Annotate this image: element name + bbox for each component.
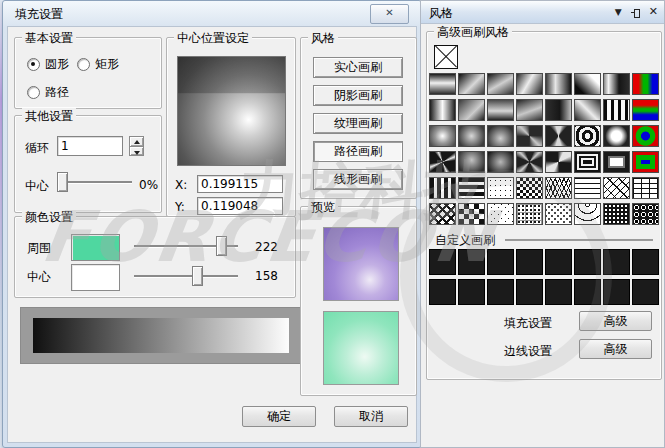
brush-cell-radial-center-16[interactable]: [429, 125, 456, 147]
brush-cell-grad-diag-1-1[interactable]: [458, 73, 485, 95]
brush-cell-circles-dense-47[interactable]: [632, 203, 659, 225]
center-color-swatch[interactable]: [71, 264, 120, 291]
brush-cell-custom-2[interactable]: [487, 249, 514, 275]
brush-cell-burst-x-soft-19[interactable]: [516, 125, 543, 147]
brush-type-button-0[interactable]: 实心画刷: [313, 57, 403, 78]
center-position-legend: 中心位置设定: [174, 30, 252, 47]
brush-cell-burst-x-3-28[interactable]: [545, 151, 572, 173]
radio-circle-icon[interactable]: [27, 86, 40, 99]
brush-cell-circle-white-22[interactable]: [603, 125, 630, 147]
brush-cell-brick-wall-39[interactable]: [632, 177, 659, 199]
center-slider[interactable]: [57, 172, 133, 192]
brush-cell-custom-14[interactable]: [603, 279, 630, 305]
pin-icon[interactable]: [631, 8, 640, 17]
brush-cell-weave-diagonal-40[interactable]: [429, 203, 456, 225]
brush-cell-grad-diag-3-9[interactable]: [458, 99, 485, 121]
brush-cell-grad-diag-4-11[interactable]: [516, 99, 543, 121]
brush-type-button-3[interactable]: 路径画刷: [313, 141, 403, 162]
brush-cell-burst-x-2-27[interactable]: [516, 151, 543, 173]
brush-cell-custom-10[interactable]: [487, 279, 514, 305]
brush-cell-rings-circle-21[interactable]: [574, 125, 601, 147]
brush-cell-rgb-square-31[interactable]: [632, 151, 659, 173]
brush-cell-rgb-circle-23[interactable]: [632, 125, 659, 147]
brush-cell-custom-6[interactable]: [603, 249, 630, 275]
brush-cell-stripes-vertical-14[interactable]: [603, 99, 630, 121]
dialog-close-button[interactable]: ✕: [370, 4, 409, 24]
panel-close-icon[interactable]: ✕: [649, 4, 658, 20]
edge-advanced-button[interactable]: 高级: [579, 339, 652, 359]
radio-option-2[interactable]: 路径: [27, 84, 69, 101]
brush-cell-burst-x-20[interactable]: [545, 125, 572, 147]
brush-cell-grad-vert-2-10[interactable]: [487, 99, 514, 121]
brush-cell-custom-12[interactable]: [545, 279, 572, 305]
brush-cell-radial-top-25[interactable]: [458, 151, 485, 173]
brush-cell-grad-diag-split-5[interactable]: [574, 73, 601, 95]
brush-type-button-2[interactable]: 纹理画刷: [313, 113, 403, 134]
spinner-up-button[interactable]: [129, 136, 144, 147]
brush-cell-zigzag-36[interactable]: [545, 177, 572, 199]
cancel-button[interactable]: 取消: [334, 406, 408, 427]
brush-cell-dots-inverse-46[interactable]: [603, 203, 630, 225]
brush-cell-grad-h-dark-12[interactable]: [545, 99, 572, 121]
brush-cell-checker-dense-35[interactable]: [516, 177, 543, 199]
brush-cell-dash-horizontal-32[interactable]: [429, 177, 456, 199]
brush-cell-radial-soft-17[interactable]: [458, 125, 485, 147]
brush-cell-square-white-30[interactable]: [603, 151, 630, 173]
brush-cell-waves-37[interactable]: [574, 177, 601, 199]
brush-cell-custom-15[interactable]: [632, 279, 659, 305]
brush-cell-rings-square-29[interactable]: [574, 151, 601, 173]
slider-thumb[interactable]: [192, 266, 203, 286]
radio-circle-icon[interactable]: [77, 58, 90, 71]
brush-cell-checker-blocks-41[interactable]: [458, 203, 485, 225]
brush-cell-grad-v-edge-6[interactable]: [603, 73, 630, 95]
brush-cell-radial-deep-26[interactable]: [487, 151, 514, 173]
brush-cell-cross-scatter-42[interactable]: [487, 203, 514, 225]
brush-cell-brick-diagonal-38[interactable]: [603, 177, 630, 199]
brush-cell-diamond-dots-44[interactable]: [545, 203, 572, 225]
ok-button[interactable]: 确定: [242, 406, 316, 427]
x-input[interactable]: [197, 175, 283, 193]
slider-thumb[interactable]: [216, 236, 227, 256]
y-input[interactable]: [197, 197, 283, 215]
brush-cell-grid-dots-43[interactable]: [516, 203, 543, 225]
brush-cell-custom-13[interactable]: [574, 279, 601, 305]
brush-cell-radial-low-18[interactable]: [487, 125, 514, 147]
brush-type-button-1[interactable]: 阴影画刷: [313, 85, 403, 106]
brush-cell-grad-h-band-0[interactable]: [429, 73, 456, 95]
style-panel-header: 风格 ▼ ✕: [421, 1, 664, 24]
fill-advanced-button[interactable]: 高级: [579, 311, 652, 331]
brush-cell-custom-8[interactable]: [429, 279, 456, 305]
radio-circle-icon[interactable]: [27, 58, 40, 71]
brush-cell-custom-9[interactable]: [458, 279, 485, 305]
loop-input[interactable]: [57, 136, 123, 156]
brush-cell-rgb-vertical-7[interactable]: [632, 73, 659, 95]
brush-cell-no-fill[interactable]: [434, 45, 458, 69]
brush-cell-custom-11[interactable]: [516, 279, 543, 305]
brush-cell-custom-5[interactable]: [574, 249, 601, 275]
brush-cell-rgb-horizontal-15[interactable]: [632, 99, 659, 121]
brush-type-button-4[interactable]: 线形画刷: [313, 169, 403, 190]
brush-cell-custom-0[interactable]: [429, 249, 456, 275]
around-color-slider[interactable]: [133, 236, 239, 256]
spinner-down-button[interactable]: [129, 147, 144, 157]
around-color-swatch[interactable]: [71, 234, 120, 261]
brush-cell-grad-diag-band-3[interactable]: [516, 73, 543, 95]
brush-cell-custom-1[interactable]: [458, 249, 485, 275]
brush-cell-grad-v-band-8[interactable]: [429, 99, 456, 121]
center-position-preview[interactable]: [177, 56, 286, 166]
brush-cell-dash-vertical-33[interactable]: [458, 177, 485, 199]
center-color-slider[interactable]: [133, 266, 239, 286]
brush-cell-grad-diag-5-13[interactable]: [574, 99, 601, 121]
brush-cell-dots-sparse-34[interactable]: [487, 177, 514, 199]
radio-option-1[interactable]: 矩形: [77, 56, 119, 73]
brush-cell-grad-v-1-4[interactable]: [545, 73, 572, 95]
slider-thumb[interactable]: [57, 172, 68, 192]
panel-menu-icon[interactable]: ▼: [615, 4, 622, 20]
brush-cell-star-4-24[interactable]: [429, 151, 456, 173]
brush-cell-custom-7[interactable]: [632, 249, 659, 275]
radio-option-0[interactable]: 圆形: [27, 56, 69, 73]
brush-cell-custom-4[interactable]: [545, 249, 572, 275]
brush-cell-grad-diag-2-2[interactable]: [487, 73, 514, 95]
brush-cell-wave-links-45[interactable]: [574, 203, 601, 225]
brush-cell-custom-3[interactable]: [516, 249, 543, 275]
